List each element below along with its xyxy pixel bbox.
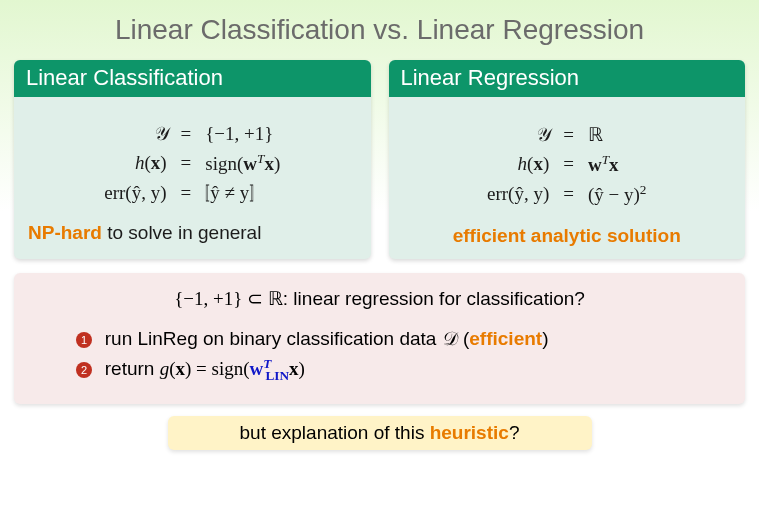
eq-y-rhs: ℝ bbox=[588, 123, 647, 146]
slide-title: Linear Classification vs. Linear Regress… bbox=[14, 14, 745, 46]
eq-sign: = bbox=[559, 152, 578, 176]
eq-h-rhs: wTx bbox=[588, 152, 647, 176]
eq-sign: = bbox=[177, 151, 196, 175]
eq-sign: = bbox=[559, 182, 578, 206]
eq-err-rhs: ⟦ŷ ≠ y⟧ bbox=[205, 181, 280, 204]
classification-equations: 𝒴 = {−1, +1} h(x) = sign(wTx) bbox=[94, 117, 290, 210]
bullet-2: 2 bbox=[76, 362, 92, 378]
eq-sign: = bbox=[177, 181, 196, 204]
slide: Linear Classification vs. Linear Regress… bbox=[0, 0, 759, 528]
eq-h-lhs: h(x) bbox=[104, 151, 166, 175]
eq-h-rhs: sign(wTx) bbox=[205, 151, 280, 175]
step-1: 1 run LinReg on binary classification da… bbox=[76, 328, 723, 350]
idea-box: {−1, +1} ⊂ ℝ: linear regression for clas… bbox=[14, 273, 745, 404]
eq-sign: = bbox=[177, 123, 196, 145]
question-box: but explanation of this heuristic? bbox=[168, 416, 592, 450]
step-2: 2 return g(x) = sign(wTLINx) bbox=[76, 356, 723, 384]
eq-err-lhs: err(ŷ, y) bbox=[487, 182, 549, 206]
eq-y-rhs: {−1, +1} bbox=[205, 123, 280, 145]
panel-regression: Linear Regression 𝒴 = ℝ h(x) = wTx bbox=[389, 60, 746, 259]
eq-err-lhs: err(ŷ, y) bbox=[104, 181, 166, 204]
regression-equations: 𝒴 = ℝ h(x) = wTx bbox=[477, 117, 657, 213]
two-column-row: Linear Classification 𝒴 = {−1, +1} h(x) … bbox=[14, 60, 745, 259]
classification-note: NP-hard to solve in general bbox=[28, 222, 357, 244]
eq-y-lhs: 𝒴 bbox=[104, 123, 166, 145]
regression-note: efficient analytic solution bbox=[403, 225, 732, 247]
eq-h-lhs: h(x) bbox=[487, 152, 549, 176]
eq-y-lhs: 𝒴 bbox=[487, 123, 549, 146]
panel-classification-body: 𝒴 = {−1, +1} h(x) = sign(wTx) bbox=[14, 97, 371, 256]
eq-sign: = bbox=[559, 123, 578, 146]
panel-classification-header: Linear Classification bbox=[14, 60, 371, 97]
bullet-1: 1 bbox=[76, 332, 92, 348]
eq-err-rhs: (ŷ − y)2 bbox=[588, 182, 647, 206]
panel-regression-body: 𝒴 = ℝ h(x) = wTx bbox=[389, 97, 746, 259]
panel-regression-header: Linear Regression bbox=[389, 60, 746, 97]
idea-lead: {−1, +1} ⊂ ℝ: linear regression for clas… bbox=[36, 287, 723, 310]
panel-classification: Linear Classification 𝒴 = {−1, +1} h(x) … bbox=[14, 60, 371, 259]
